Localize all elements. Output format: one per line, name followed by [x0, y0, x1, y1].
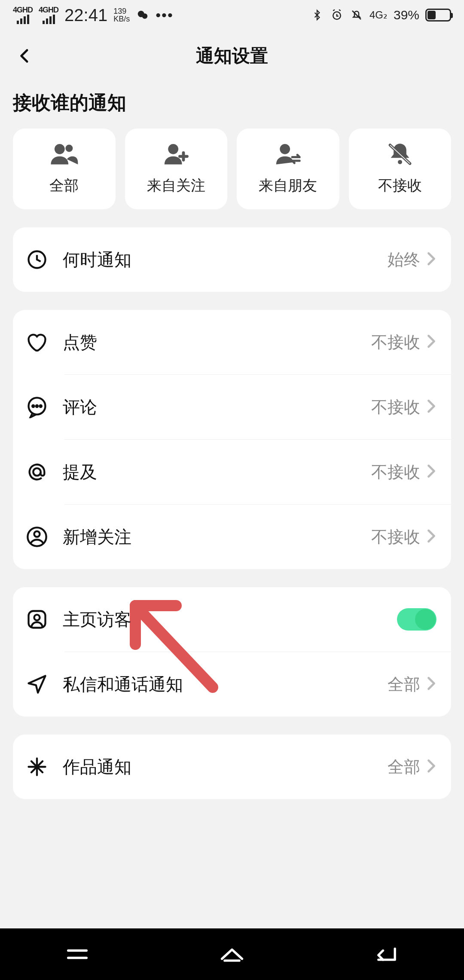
row-dm[interactable]: 私信和通话通知 全部	[13, 652, 451, 717]
row-when-label: 何时通知	[63, 248, 388, 272]
row-visitor[interactable]: 主页访客	[13, 587, 451, 652]
chevron-right-icon	[427, 464, 437, 480]
row-dm-label: 私信和通话通知	[63, 673, 388, 696]
row-mention-value: 不接收	[371, 461, 420, 483]
row-like-value: 不接收	[371, 331, 420, 353]
wechat-icon	[136, 8, 150, 22]
row-works[interactable]: 作品通知 全部	[13, 735, 451, 799]
signal-2-label: 4GHD	[39, 6, 58, 14]
signal-bars-icon	[43, 15, 55, 24]
status-bar: 4GHD 4GHD 22:41 139 KB/s ••• 4G₂ 39%	[0, 0, 464, 30]
back-button[interactable]	[12, 43, 38, 69]
filter-none[interactable]: 不接收	[349, 129, 452, 209]
battery-icon	[425, 9, 451, 21]
visitor-toggle[interactable]	[397, 608, 437, 631]
alarm-icon	[330, 8, 344, 22]
svg-point-15	[33, 468, 40, 475]
svg-point-5	[168, 144, 178, 154]
row-comment-label: 评论	[63, 395, 371, 419]
chevron-right-icon	[427, 399, 437, 415]
svg-point-12	[32, 405, 34, 407]
svg-point-20	[34, 615, 40, 620]
chevron-right-icon	[427, 334, 437, 350]
at-icon	[26, 461, 48, 483]
nav-back-button[interactable]	[373, 944, 400, 965]
card-works: 作品通知 全部	[13, 735, 451, 799]
nav-recent-button[interactable]	[64, 944, 91, 965]
row-when-notify[interactable]: 何时通知 始终	[13, 227, 451, 292]
filter-from-friends[interactable]: 来自朋友	[237, 129, 339, 209]
svg-point-7	[398, 160, 402, 164]
user-circle-icon	[26, 526, 48, 548]
filter-from-follow[interactable]: 来自关注	[125, 129, 228, 209]
row-dm-value: 全部	[388, 674, 420, 695]
row-like-label: 点赞	[63, 331, 371, 354]
status-left: 4GHD 4GHD 22:41 139 KB/s •••	[13, 6, 174, 25]
status-right: 4G₂ 39%	[310, 8, 451, 22]
signal-1-label: 4GHD	[13, 6, 33, 14]
filter-all[interactable]: 全部	[13, 129, 116, 209]
signal-2: 4GHD	[39, 6, 58, 24]
chevron-right-icon	[427, 252, 437, 267]
row-new-follower[interactable]: 新增关注 不接收	[13, 505, 451, 569]
row-mention[interactable]: 提及 不接收	[13, 440, 451, 504]
svg-point-6	[280, 144, 290, 154]
battery-pct: 39%	[394, 8, 419, 22]
card-social: 主页访客 私信和通话通知 全部	[13, 587, 451, 717]
section-heading: 接收谁的通知	[0, 82, 464, 129]
filter-none-label: 不接收	[378, 176, 422, 196]
comment-icon	[26, 396, 48, 418]
more-icon: •••	[156, 7, 174, 24]
person-swap-icon	[273, 142, 302, 168]
row-comment[interactable]: 评论 不接收	[13, 375, 451, 439]
net-rate-unit: KB/s	[113, 15, 130, 23]
row-works-label: 作品通知	[63, 755, 388, 779]
net-rate-num: 139	[113, 7, 130, 15]
signal-1: 4GHD	[13, 6, 33, 24]
row-works-value: 全部	[388, 756, 420, 778]
svg-point-3	[55, 144, 65, 154]
system-navbar	[0, 928, 464, 980]
filter-all-label: 全部	[49, 176, 79, 196]
clock-icon	[26, 248, 48, 271]
row-when-value: 始终	[388, 249, 420, 271]
row-visitor-label: 主页访客	[63, 608, 397, 631]
nav-home-button[interactable]	[218, 944, 246, 965]
row-comment-value: 不接收	[371, 396, 420, 418]
bluetooth-icon	[310, 8, 324, 22]
row-new-follower-value: 不接收	[371, 526, 420, 548]
person-plus-icon	[162, 142, 191, 168]
filter-from-friends-label: 来自朋友	[259, 176, 317, 196]
svg-point-1	[142, 13, 148, 19]
card-when: 何时通知 始终	[13, 227, 451, 292]
heart-icon	[26, 331, 48, 353]
row-mention-label: 提及	[63, 460, 371, 484]
signal-bars-icon	[17, 15, 29, 24]
row-new-follower-label: 新增关注	[63, 525, 371, 549]
card-notifications: 点赞 不接收 评论 不接收 提及 不接收 新增关注 不接收	[13, 310, 451, 569]
filter-from-follow-label: 来自关注	[147, 176, 205, 196]
bell-off-icon	[385, 142, 415, 168]
filter-row: 全部 来自关注 来自朋友 不接收	[0, 129, 464, 227]
svg-point-17	[34, 531, 40, 537]
chevron-right-icon	[427, 529, 437, 545]
row-like[interactable]: 点赞 不接收	[13, 310, 451, 374]
net-rate: 139 KB/s	[113, 7, 130, 23]
sparkle-icon	[26, 756, 48, 778]
visitor-icon	[26, 608, 48, 631]
bell-mute-icon	[350, 8, 363, 22]
people-icon	[49, 142, 79, 168]
svg-point-14	[40, 405, 42, 407]
app-header: 通知设置	[0, 30, 464, 82]
svg-point-13	[36, 405, 38, 407]
net-type: 4G₂	[369, 9, 388, 21]
svg-point-4	[66, 145, 73, 152]
clock-time: 22:41	[64, 6, 107, 25]
chevron-right-icon	[427, 677, 437, 692]
page-title: 通知设置	[0, 44, 464, 68]
chevron-right-icon	[427, 759, 437, 775]
send-icon	[26, 673, 48, 695]
